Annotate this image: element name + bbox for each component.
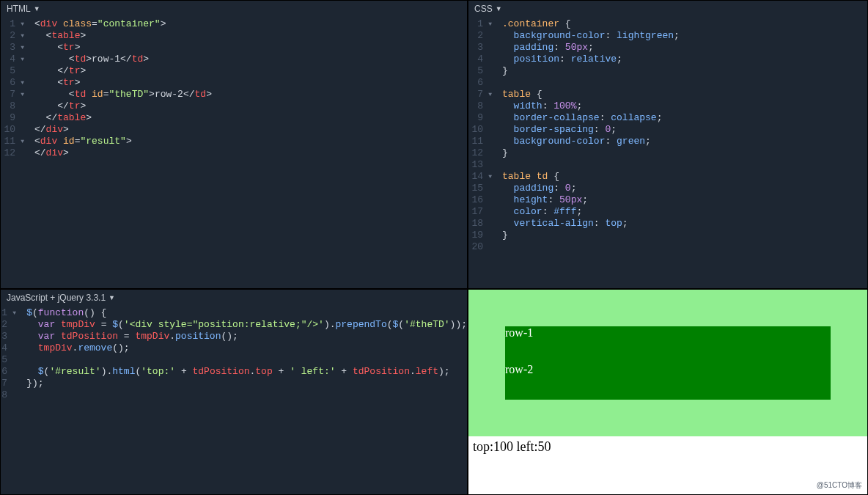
css-gutter: 1▼234567▼891011121314▼151617181920 <box>468 18 495 288</box>
html-code[interactable]: <div class="container"> <table> <tr> <td… <box>27 18 467 288</box>
css-code[interactable]: .container { background-color: lightgree… <box>495 18 867 288</box>
js-editor[interactable]: 1▼2345678 $(function() { var tmpDiv = $(… <box>1 306 467 494</box>
css-panel-header[interactable]: CSS ▼ <box>468 1 867 17</box>
html-editor[interactable]: 1▼2▼3▼4▼56▼7▼891011▼12 <div class="conta… <box>1 17 467 288</box>
panel-title: CSS <box>474 4 493 14</box>
html-panel: HTML ▼ 1▼2▼3▼4▼56▼7▼891011▼12 <div class… <box>0 0 468 289</box>
table-cell: row-2 <box>505 363 831 400</box>
preview-table: row-1 row-2 <box>505 326 831 400</box>
watermark: @51CTO博客 <box>817 480 862 491</box>
preview-result: top:100 left:50 <box>468 436 867 458</box>
css-editor[interactable]: 1▼234567▼891011121314▼151617181920 .cont… <box>468 17 867 288</box>
dropdown-icon: ▼ <box>108 294 115 301</box>
dropdown-icon: ▼ <box>34 5 40 12</box>
html-panel-header[interactable]: HTML ▼ <box>1 1 467 17</box>
preview-container: row-1 row-2 <box>468 290 867 436</box>
preview-panel: row-1 row-2 top:100 left:50 <box>468 289 868 495</box>
table-row: row-1 <box>505 326 831 363</box>
html-gutter: 1▼2▼3▼4▼56▼7▼891011▼12 <box>1 18 27 288</box>
table-cell: row-1 <box>505 326 831 363</box>
panel-title: HTML <box>7 4 31 14</box>
table-row: row-2 <box>505 363 831 400</box>
panel-title: JavaScript + jQuery 3.3.1 <box>7 293 106 303</box>
css-panel: CSS ▼ 1▼234567▼891011121314▼151617181920… <box>468 0 868 289</box>
js-panel: JavaScript + jQuery 3.3.1 ▼ 1▼2345678 $(… <box>0 289 468 495</box>
js-gutter: 1▼2345678 <box>1 307 19 494</box>
js-panel-header[interactable]: JavaScript + jQuery 3.3.1 ▼ <box>1 290 467 306</box>
dropdown-icon: ▼ <box>496 5 502 12</box>
js-code[interactable]: $(function() { var tmpDiv = $('<div styl… <box>19 307 467 494</box>
